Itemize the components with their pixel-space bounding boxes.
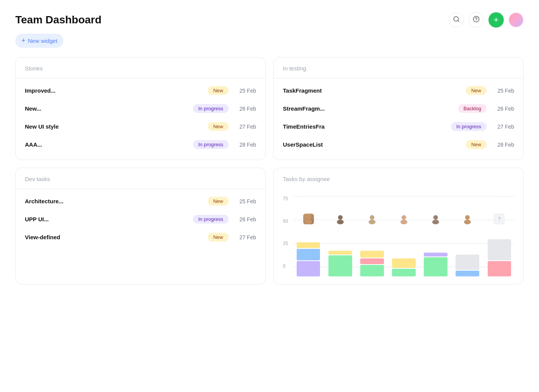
task-name: TimeEntriesFra bbox=[283, 123, 446, 130]
status-badge: New bbox=[208, 233, 229, 242]
new-widget-label: New widget bbox=[28, 38, 58, 44]
assignee-avatar bbox=[303, 214, 314, 224]
task-date: 26 Feb bbox=[233, 106, 256, 112]
svg-point-12 bbox=[433, 215, 438, 220]
stories-card-title: Stories bbox=[25, 65, 43, 72]
search-icon bbox=[453, 16, 460, 24]
help-icon bbox=[473, 16, 480, 24]
stories-card: Stories Improved... New 25 Feb New... In… bbox=[15, 57, 266, 160]
task-name: New UI style bbox=[25, 123, 203, 130]
bar-segment bbox=[328, 251, 352, 255]
status-badge: In progress bbox=[451, 122, 487, 131]
status-badge: New bbox=[208, 197, 229, 206]
bar-group bbox=[453, 214, 482, 276]
table-row: AAA... In progress 28 Feb bbox=[25, 136, 256, 154]
y-axis-label-75: 75 bbox=[283, 196, 294, 201]
bar-stack bbox=[421, 227, 451, 276]
y-axis-label-50: 50 bbox=[283, 219, 294, 224]
page-title: Team Dashboard bbox=[15, 14, 101, 26]
status-badge: New bbox=[208, 86, 229, 95]
search-button[interactable] bbox=[449, 12, 464, 28]
bar-group bbox=[357, 214, 387, 276]
bar-stack bbox=[294, 227, 323, 276]
bar-group bbox=[294, 214, 323, 276]
header-left: Team Dashboard bbox=[15, 14, 101, 26]
dev-tasks-card: Dev tasks Architecture... New 25 Feb UPP… bbox=[15, 168, 266, 284]
bar-stack bbox=[325, 227, 355, 276]
new-widget-button[interactable]: + New widget bbox=[15, 34, 64, 48]
task-name: Improved... bbox=[25, 87, 203, 94]
bar-segment bbox=[456, 255, 479, 270]
task-date: 26 Feb bbox=[233, 216, 256, 222]
svg-point-9 bbox=[369, 220, 376, 224]
dev-tasks-card-title: Dev tasks bbox=[25, 176, 50, 182]
table-row: UserSpaceList New 28 Feb bbox=[283, 136, 514, 154]
in-testing-card-title: In testing bbox=[283, 65, 306, 72]
status-badge: New bbox=[466, 86, 487, 95]
svg-point-6 bbox=[338, 215, 343, 220]
svg-point-14 bbox=[465, 215, 470, 220]
assignee-avatar bbox=[335, 214, 346, 224]
stories-card-body: Improved... New 25 Feb New... In progres… bbox=[16, 78, 265, 160]
bar-segment bbox=[328, 255, 352, 276]
table-row: Architecture... New 25 Feb bbox=[25, 192, 256, 210]
bar-segment bbox=[360, 265, 384, 276]
assignee-avatar-placeholder: ? bbox=[494, 214, 505, 224]
bar-segment bbox=[424, 257, 448, 276]
table-row: Improved... New 25 Feb bbox=[25, 82, 256, 100]
status-badge: Backlog bbox=[458, 104, 487, 113]
task-name: TaskFragment bbox=[283, 87, 461, 94]
bar-segment bbox=[488, 239, 511, 260]
task-name: AAA... bbox=[25, 141, 188, 148]
table-row: New... In progress 26 Feb bbox=[25, 100, 256, 118]
bar-segment bbox=[297, 249, 320, 260]
plus-icon: + bbox=[494, 15, 499, 25]
y-axis-label-0: 0 bbox=[283, 263, 294, 269]
new-widget-plus-icon: + bbox=[21, 37, 26, 45]
table-row: New UI style New 27 Feb bbox=[25, 118, 256, 136]
svg-point-7 bbox=[337, 220, 344, 224]
bar-segment bbox=[456, 271, 479, 276]
header-actions: + bbox=[449, 12, 524, 28]
help-button[interactable] bbox=[469, 12, 484, 28]
status-badge: New bbox=[208, 122, 229, 131]
table-row: View-defined New 27 Feb bbox=[25, 228, 256, 246]
svg-point-8 bbox=[370, 215, 374, 220]
svg-point-15 bbox=[464, 220, 471, 224]
svg-line-1 bbox=[457, 20, 459, 21]
assignee-avatar bbox=[430, 214, 441, 224]
task-date: 27 Feb bbox=[233, 234, 256, 240]
stories-card-header: Stories bbox=[16, 57, 265, 78]
bar-group bbox=[325, 214, 355, 276]
table-row: TimeEntriesFra In progress 27 Feb bbox=[283, 118, 514, 136]
page-header: Team Dashboard + bbox=[15, 12, 524, 28]
status-badge: New bbox=[466, 140, 487, 149]
svg-point-4 bbox=[306, 215, 311, 220]
task-date: 25 Feb bbox=[233, 198, 256, 204]
bar-segment bbox=[488, 261, 511, 276]
table-row: TaskFragment New 25 Feb bbox=[283, 82, 514, 100]
dev-tasks-card-body: Architecture... New 25 Feb UPP UI... In … bbox=[16, 189, 265, 252]
user-avatar[interactable] bbox=[508, 12, 524, 28]
assignee-avatar bbox=[367, 214, 377, 224]
bar-group bbox=[421, 214, 451, 276]
add-button[interactable]: + bbox=[488, 12, 504, 28]
svg-point-13 bbox=[432, 220, 439, 224]
task-date: 27 Feb bbox=[233, 124, 256, 130]
table-row: StreamFragm... Backlog 26 Feb bbox=[283, 100, 514, 118]
svg-point-5 bbox=[305, 220, 312, 224]
task-date: 27 Feb bbox=[491, 124, 514, 130]
chart-area: 75 50 25 0 bbox=[283, 188, 514, 276]
assignee-avatar bbox=[399, 214, 409, 224]
status-badge: In progress bbox=[193, 140, 229, 149]
bar-stack bbox=[453, 227, 482, 276]
bar-stack bbox=[357, 227, 387, 276]
in-testing-card: In testing TaskFragment New 25 Feb Strea… bbox=[273, 57, 524, 160]
bar-group: ? bbox=[485, 214, 514, 276]
svg-point-10 bbox=[402, 215, 406, 220]
task-date: 28 Feb bbox=[491, 142, 514, 148]
status-badge: In progress bbox=[193, 104, 229, 113]
dashboard-grid: Stories Improved... New 25 Feb New... In… bbox=[15, 57, 524, 284]
task-name: View-defined bbox=[25, 234, 203, 240]
bar-stack bbox=[485, 227, 514, 276]
